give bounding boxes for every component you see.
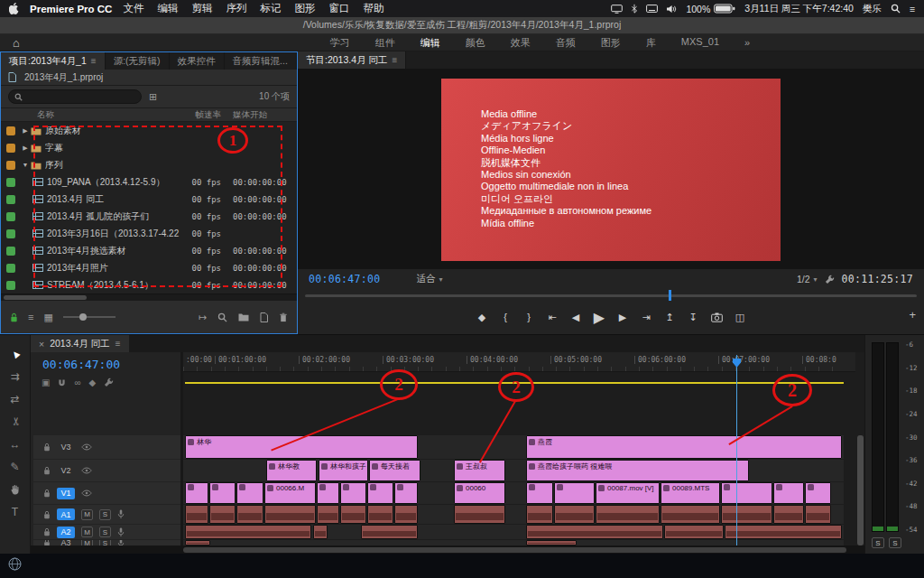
timeline-clip[interactable] <box>264 505 316 524</box>
timeline-clip[interactable] <box>317 505 339 524</box>
timeline-clip[interactable] <box>773 482 804 504</box>
globe-icon[interactable] <box>8 557 22 574</box>
program-monitor-stage[interactable]: Media offlineメディアオフラインMédia hors ligneOf… <box>298 69 924 269</box>
timeline-clip[interactable]: 林华教 <box>266 460 317 481</box>
ripple-edit-tool[interactable]: ⇄ <box>5 391 25 406</box>
timeline-clip[interactable] <box>661 505 720 524</box>
bin-row[interactable]: ▶原始素材 <box>1 122 297 139</box>
timeline-clip[interactable] <box>367 482 393 504</box>
go-to-out-button[interactable]: ⇥ <box>641 312 652 323</box>
track-mute-button[interactable]: M <box>81 509 93 520</box>
bin-row[interactable]: ▼序列 <box>1 156 297 173</box>
track-target-a1[interactable]: A1 <box>57 508 75 520</box>
menu-clip[interactable]: 剪辑 <box>191 2 212 15</box>
sequence-row[interactable]: 109_PANA（2013.4.12-5.9）00 fps00:00:00:00 <box>1 173 297 191</box>
display-icon[interactable] <box>611 5 623 14</box>
track-output-toggle-icon[interactable] <box>81 443 92 451</box>
sequence-row[interactable]: 2013.4月 孤儿院的孩子们00 fps00:00:00:00 <box>1 208 297 225</box>
timeline-clip[interactable] <box>721 505 772 524</box>
ws-tab-assembly[interactable]: 组件 <box>375 36 395 50</box>
timeline-clip[interactable] <box>394 505 418 524</box>
timeline-clip[interactable] <box>236 482 263 504</box>
column-name[interactable]: 名称 <box>1 109 180 121</box>
timeline-clip[interactable] <box>185 482 208 504</box>
list-view-button[interactable]: ≡ <box>28 312 33 322</box>
menu-bar-clock[interactable]: 3月11日 周三 下午7:42:40 <box>744 3 854 15</box>
find-button[interactable] <box>217 312 227 322</box>
solo-left-button[interactable]: S <box>872 537 884 548</box>
column-media-start[interactable]: 媒体开始 <box>221 109 297 121</box>
timeline-clip[interactable] <box>340 505 366 524</box>
comparison-view-button[interactable]: ◫ <box>735 312 746 323</box>
timeline-clip[interactable] <box>209 482 236 504</box>
timeline-clip[interactable]: 林华和孩子 <box>319 460 368 481</box>
scrollbar-thumb[interactable] <box>4 295 87 300</box>
timeline-clip[interactable] <box>236 505 263 524</box>
track-lock-icon[interactable] <box>43 466 51 475</box>
track-lock-icon[interactable] <box>43 489 51 498</box>
track-target-v1[interactable]: V1 <box>57 488 75 499</box>
search-box[interactable] <box>8 89 142 104</box>
timeline-clip[interactable]: 燕霞给孩子喂药 很难喂 <box>526 460 749 481</box>
panel-menu-icon[interactable]: ≡ <box>116 339 121 349</box>
user-menu[interactable]: 樊乐 <box>863 3 882 15</box>
keyboard-icon[interactable] <box>646 5 658 13</box>
tab-effect-controls[interactable]: 效果控件 <box>170 52 225 70</box>
export-frame-button[interactable] <box>711 312 723 322</box>
playback-resolution-dropdown[interactable]: 1/2 ▾ <box>797 274 818 284</box>
timeline-clip[interactable] <box>554 505 595 524</box>
menu-markers[interactable]: 标记 <box>260 2 281 15</box>
voiceover-record-icon[interactable] <box>117 509 125 519</box>
track-lock-icon[interactable] <box>43 527 51 536</box>
track-output-toggle-icon[interactable] <box>81 467 92 474</box>
timeline-clip[interactable] <box>554 482 595 504</box>
track-target-v2[interactable]: V2 <box>57 465 75 477</box>
tab-project[interactable]: 项目:2013年4月_1≡ <box>1 52 106 70</box>
timeline-clip[interactable] <box>454 505 505 524</box>
track-solo-button[interactable]: S <box>99 509 111 520</box>
timeline-ruler[interactable]: :00:0000:01:00:0000:02:00:0000:03:00:000… <box>180 352 855 372</box>
battery-indicator[interactable]: 100% <box>686 4 735 14</box>
hand-tool[interactable] <box>5 481 25 497</box>
timeline-current-timecode[interactable]: 00:06:47:00 <box>42 358 120 371</box>
monitor-settings-wrench-icon[interactable] <box>825 275 835 284</box>
project-horizontal-scrollbar[interactable] <box>1 294 297 301</box>
timeline-clip[interactable]: 林华 <box>185 435 418 459</box>
timeline-clip[interactable] <box>209 505 236 524</box>
menu-sequence[interactable]: 序列 <box>226 2 246 15</box>
ws-tab-audio[interactable]: 音频 <box>556 36 576 50</box>
button-editor-plus[interactable]: + <box>909 308 916 322</box>
timeline-horizontal-scrollbar[interactable] <box>31 545 864 554</box>
ws-tab-effects[interactable]: 效果 <box>511 36 531 50</box>
solo-right-button[interactable]: S <box>889 537 901 548</box>
timeline-clip[interactable] <box>664 525 724 539</box>
sequence-row[interactable]: 2013.4月 同工00 fps00:00:00:00 <box>1 191 297 208</box>
disclosure-triangle-icon[interactable]: ▶ <box>20 144 31 152</box>
close-icon[interactable]: × <box>39 339 44 350</box>
step-back-button[interactable]: ◀ <box>570 312 582 323</box>
timeline-clip[interactable] <box>394 482 418 504</box>
go-to-in-button[interactable]: ⇤ <box>547 312 559 323</box>
panel-menu-icon[interactable]: ≡ <box>91 56 97 66</box>
lift-button[interactable]: ↥ <box>664 312 676 323</box>
track-target-a2[interactable]: A2 <box>57 527 75 538</box>
timeline-clip[interactable] <box>340 482 366 504</box>
step-forward-button[interactable]: ▶ <box>617 312 629 323</box>
timeline-clip[interactable] <box>361 525 418 539</box>
new-bin-button[interactable] <box>238 312 249 322</box>
automate-to-sequence-button[interactable]: ↦ <box>199 312 207 323</box>
breadcrumb[interactable]: 2013年4月_1.prproj <box>1 70 297 86</box>
timeline-clip[interactable] <box>317 482 339 504</box>
razor-tool[interactable]: ✂ <box>7 412 23 432</box>
menu-help[interactable]: 帮助 <box>363 2 383 15</box>
timeline-settings-icon[interactable] <box>104 378 114 387</box>
scrubber-playhead[interactable] <box>669 290 671 301</box>
icon-view-button[interactable]: ▦ <box>43 312 52 323</box>
sequence-row[interactable]: 2013年4月照片00 fps00:00:00:00 <box>1 259 297 276</box>
timeline-clip[interactable] <box>367 505 393 524</box>
extract-button[interactable]: ↧ <box>688 312 699 323</box>
timeline-clip[interactable] <box>185 525 311 539</box>
spotlight-search-icon[interactable] <box>891 4 901 14</box>
search-bin-icon[interactable]: ⊞ <box>149 91 157 103</box>
ws-tab-learning[interactable]: 学习 <box>330 36 350 50</box>
